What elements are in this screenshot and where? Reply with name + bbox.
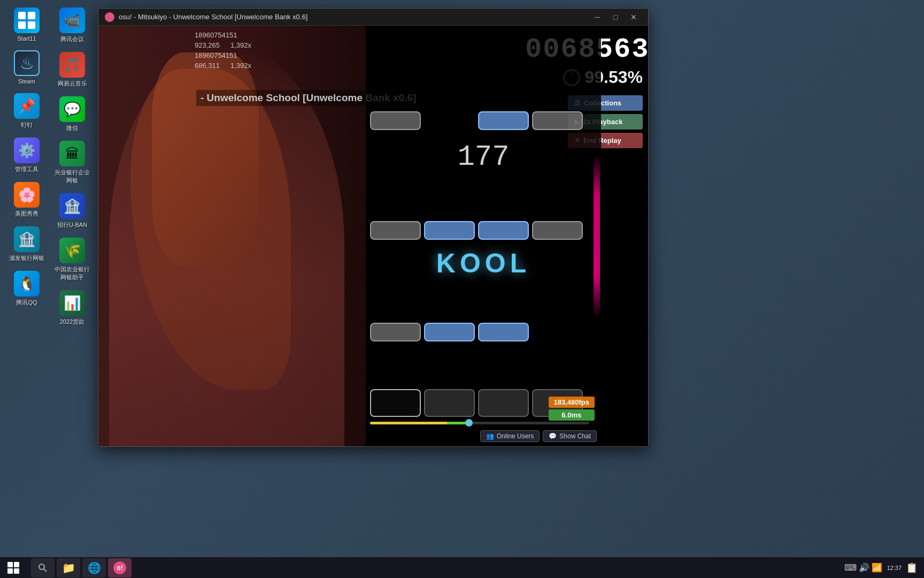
note-2-4 bbox=[532, 221, 583, 240]
start11-label: Start11 bbox=[17, 35, 36, 42]
svg-rect-7 bbox=[14, 568, 19, 574]
fps-badge: 183,480fps bbox=[549, 397, 595, 408]
svg-rect-6 bbox=[7, 568, 13, 574]
notification-icon[interactable]: 📋 bbox=[906, 562, 918, 574]
dingtalk-icon: 📌 bbox=[14, 93, 40, 119]
desktop-icon-netease[interactable]: 🎵 网易云音乐 bbox=[51, 50, 94, 90]
excel-label: 2022货款 bbox=[60, 318, 84, 326]
osu-app-icon bbox=[105, 12, 114, 22]
qq-icon: 🐧 bbox=[14, 271, 40, 296]
meitu-icon: 🌸 bbox=[14, 182, 40, 208]
desktop-icon-meitu[interactable]: 🌸 美图秀秀 bbox=[5, 180, 48, 220]
dingtalk-label: 钉钉 bbox=[21, 121, 33, 129]
score-overlay: 18960754151 923,265 1,392x 18960754151 6… bbox=[195, 31, 251, 72]
player1-row: 18960754151 bbox=[195, 31, 251, 39]
online-users-label: Online Users bbox=[497, 432, 534, 440]
hit-indicator bbox=[594, 156, 600, 316]
taskbar-search[interactable] bbox=[31, 558, 55, 577]
manage-label: 管理工具 bbox=[15, 165, 38, 173]
pufa-icon: 🏦 bbox=[14, 226, 40, 252]
steam-label: Steam bbox=[18, 78, 35, 85]
desktop-icon-zhaobank[interactable]: 🏦 招行U-BAN bbox=[51, 191, 94, 231]
kool-text: KOOL bbox=[436, 248, 530, 278]
show-chat-button[interactable]: 💬 Show Chat bbox=[543, 430, 597, 442]
xinye-label: 兴业银行企业网银 bbox=[53, 169, 91, 185]
desktop-icon-tencent[interactable]: 📹 腾讯会议 bbox=[51, 5, 94, 45]
desktop-icon-start11[interactable]: Start11 bbox=[5, 5, 48, 44]
note-2-2 bbox=[424, 221, 475, 240]
minimize-button[interactable]: ─ bbox=[589, 11, 605, 23]
online-users-button[interactable]: 👥 Online Users bbox=[480, 430, 540, 442]
start11-icon bbox=[14, 7, 40, 33]
note-3-2 bbox=[424, 323, 475, 341]
zhaobank-icon: 🏦 bbox=[59, 193, 85, 219]
pufa-label: 浦发银行网银 bbox=[9, 254, 44, 262]
taskbar-file-explorer[interactable]: 📁 bbox=[57, 558, 80, 577]
desktop-icon-manage[interactable]: ⚙️ 管理工具 bbox=[5, 135, 48, 176]
mania-play-area: 177 KOOL bbox=[366, 26, 601, 446]
desktop-icon-qq[interactable]: 🐧 腾讯QQ bbox=[5, 269, 48, 309]
desktop-icon-excel[interactable]: 📊 2022货款 bbox=[51, 288, 94, 328]
taskbar-osu[interactable]: o! bbox=[108, 558, 132, 577]
note-3-1 bbox=[370, 323, 421, 341]
users-icon: 👥 bbox=[486, 432, 494, 440]
player2-score: 686,311 bbox=[195, 62, 220, 70]
netease-icon: 🎵 bbox=[59, 52, 85, 78]
combo-value: 177 bbox=[457, 141, 509, 173]
desktop: Start11 ♨ Steam 📌 钉钉 ⚙️ 管理工具 🌸 美图秀秀 🏦 浦发… bbox=[0, 0, 924, 578]
taskbar-clock: 12:37 bbox=[887, 565, 902, 571]
tencent-label: 腾讯会议 bbox=[60, 35, 84, 43]
taskbar-browser[interactable]: 🌐 bbox=[82, 558, 106, 577]
window-title: osu! - Mitsukiyo - Unwelcome School [Unw… bbox=[119, 13, 585, 21]
maximize-button[interactable]: □ bbox=[607, 11, 623, 23]
svg-rect-2 bbox=[18, 21, 26, 29]
excel-icon: 📊 bbox=[59, 290, 85, 316]
tencent-icon: 📹 bbox=[59, 7, 85, 33]
progress-cursor bbox=[465, 419, 473, 427]
window-titlebar: osu! - Mitsukiyo - Unwelcome School [Unw… bbox=[98, 9, 648, 26]
meitu-label: 美图秀秀 bbox=[15, 210, 38, 218]
key-1 bbox=[370, 389, 421, 417]
netease-label: 网易云音乐 bbox=[58, 80, 87, 88]
hit-bar-container bbox=[592, 26, 601, 446]
player2-row: 18960754151 bbox=[195, 51, 251, 59]
notes-row-2 bbox=[370, 221, 595, 240]
taskbar-right: ⌨ 🔊 📶 12:37 📋 bbox=[844, 562, 924, 574]
svg-rect-1 bbox=[28, 12, 35, 19]
player1-score: 923,265 bbox=[195, 41, 220, 49]
desktop-icon-wechat[interactable]: 💬 微信 bbox=[51, 94, 94, 134]
desktop-icon-agri[interactable]: 🌾 中国农业银行网银助手 bbox=[51, 235, 94, 284]
kool-display: KOOL bbox=[366, 248, 601, 279]
zhaobank-label: 招行U-BAN bbox=[57, 221, 87, 229]
svg-point-8 bbox=[39, 564, 44, 569]
player2-combo: 1,392x bbox=[230, 62, 251, 70]
show-chat-label: Show Chat bbox=[559, 432, 591, 440]
close-button[interactable]: ✕ bbox=[626, 11, 642, 23]
svg-line-9 bbox=[44, 569, 47, 572]
note-1-4 bbox=[532, 111, 583, 130]
progress-bar-bg bbox=[370, 422, 589, 424]
desktop-icon-dingtalk[interactable]: 📌 钉钉 bbox=[5, 91, 48, 131]
desktop-icon-xinye[interactable]: 🏛 兴业银行企业网银 bbox=[51, 139, 94, 187]
desktop-icon-steam[interactable]: ♨ Steam bbox=[5, 48, 48, 87]
qq-label: 腾讯QQ bbox=[16, 299, 37, 307]
clock-time: 12:37 bbox=[887, 565, 902, 571]
taskbar-items: 📁 🌐 o! bbox=[27, 558, 844, 577]
key-3 bbox=[478, 389, 529, 417]
player1-name: 18960754151 bbox=[195, 31, 237, 39]
progress-yellow bbox=[370, 422, 447, 424]
svg-rect-4 bbox=[7, 562, 13, 567]
desktop-icon-pufa[interactable]: 🏦 浦发银行网银 bbox=[5, 224, 48, 264]
note-1-1 bbox=[370, 111, 421, 130]
key-2 bbox=[424, 389, 475, 417]
notes-row-1 bbox=[370, 111, 595, 130]
desktop-icons-col1: Start11 ♨ Steam 📌 钉钉 ⚙️ 管理工具 🌸 美图秀秀 🏦 浦发… bbox=[5, 5, 48, 309]
player1-stats: 923,265 1,392x bbox=[195, 41, 251, 49]
svg-rect-0 bbox=[18, 12, 26, 19]
note-2-3 bbox=[478, 221, 529, 240]
agri-label: 中国农业银行网银助手 bbox=[53, 265, 91, 282]
player2-stats: 686,311 1,392x bbox=[195, 62, 251, 70]
wechat-label: 微信 bbox=[66, 124, 78, 132]
start-button[interactable] bbox=[0, 557, 27, 579]
taskbar: 📁 🌐 o! ⌨ 🔊 📶 12:37 📋 bbox=[0, 557, 924, 578]
